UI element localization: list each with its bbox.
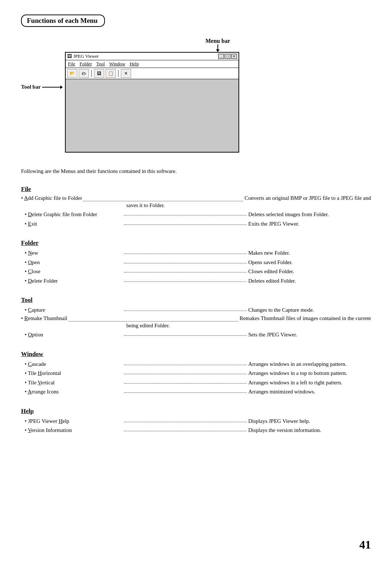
menu-list-window: • CascadeArranges windows in an overlapp… [21, 360, 371, 396]
tool-btn-5: ✕ [121, 69, 131, 78]
list-item: • NewMakes new Folder. [21, 249, 371, 257]
sections-container: File• Add Graphic file to FolderConverts… [21, 186, 371, 434]
tool-btn-3: 🖼 [94, 69, 104, 78]
close-button: ✕ [231, 54, 237, 59]
window-content [66, 79, 238, 152]
intro-text: Following are the Menus and their functi… [21, 167, 371, 175]
menu-file: File [68, 61, 75, 67]
list-item: • Delete Graphic file from FolderDeletes… [21, 210, 371, 219]
list-item: • CaptureChanges to the Capture mode. [21, 306, 371, 314]
list-item: • Tile HorizontalArranges windows in a t… [21, 369, 371, 377]
window-titlebar: 🖼 JPEG Viewer _ □ ✕ [66, 53, 238, 60]
window-menubar: File Folder Tool Window Help [66, 60, 238, 68]
jpeg-viewer-window: 🖼 JPEG Viewer _ □ ✕ File Folder Tool Win… [65, 52, 239, 153]
list-item: • Arrange IconsArranges minimized window… [21, 388, 371, 396]
toolbar-label: Tool bar [21, 84, 41, 90]
section-help: Help• JPEG Viewer HelpDisplays JPEG View… [21, 408, 371, 434]
list-item: • Remake ThumbnailRemakes Thumbnail file… [21, 315, 371, 330]
page-number: 41 [359, 538, 371, 551]
section-window: Window• CascadeArranges windows in an ov… [21, 351, 371, 396]
menu-list-folder: • NewMakes new Folder.• OpenOpens saved … [21, 249, 371, 285]
list-item: • Delete FolderDeletes edited Folder. [21, 277, 371, 285]
list-item: • OpenOpens saved Folder. [21, 258, 371, 267]
list-item: • CloseCloses edited Folder. [21, 267, 371, 276]
list-item: • Add Graphic file to FolderConverts an … [21, 195, 371, 210]
toolbar-separator-2 [118, 70, 119, 77]
app-icon: 🖼 [67, 53, 72, 59]
window-toolbar: 📂 🗁 🖼 📋 ✕ [66, 68, 238, 79]
section-title-file: File [21, 186, 371, 193]
window-title: JPEG Viewer [73, 53, 99, 59]
menu-list-tool: • CaptureChanges to the Capture mode.• R… [21, 306, 371, 339]
menu-help: Help [130, 61, 139, 67]
list-item: • CascadeArranges windows in an overlapp… [21, 360, 371, 368]
list-item: • Version InformationDisplays the versio… [21, 426, 371, 434]
section-title-window: Window [21, 351, 371, 358]
section-tool: Tool• CaptureChanges to the Capture mode… [21, 296, 371, 339]
diagram-section: Menu bar Tool bar 🖼 JPEG Viewer [21, 38, 371, 153]
tool-btn-4: 📋 [106, 69, 116, 78]
tool-btn-2: 🗁 [79, 69, 89, 78]
toolbar-separator-1 [91, 70, 92, 77]
maximize-button: □ [225, 54, 230, 59]
menu-bar-label: Menu bar [205, 38, 230, 44]
menu-list-file: • Add Graphic file to FolderConverts an … [21, 195, 371, 228]
minimize-button: _ [218, 54, 224, 59]
page-title: Functions of each Menu [21, 15, 105, 27]
section-folder: Folder• NewMakes new Folder.• OpenOpens … [21, 239, 371, 285]
tool-btn-1: 📂 [67, 69, 77, 78]
section-title-help: Help [21, 408, 371, 415]
menu-list-help: • JPEG Viewer HelpDisplays JPEG Viewer h… [21, 417, 371, 434]
section-file: File• Add Graphic file to FolderConverts… [21, 186, 371, 228]
menu-window: Window [109, 61, 125, 67]
list-item: • JPEG Viewer HelpDisplays JPEG Viewer h… [21, 417, 371, 425]
list-item: • OptionSets the JPEG Viewer. [21, 331, 371, 339]
section-title-tool: Tool [21, 296, 371, 304]
list-item: • ExitExits the JPEG Viewer. [21, 220, 371, 228]
menu-tool: Tool [96, 61, 105, 67]
section-title-folder: Folder [21, 239, 371, 247]
list-item: • Tile VerticalArranges windows in a lef… [21, 379, 371, 387]
menu-folder: Folder [79, 61, 92, 67]
window-controls: _ □ ✕ [218, 54, 237, 59]
